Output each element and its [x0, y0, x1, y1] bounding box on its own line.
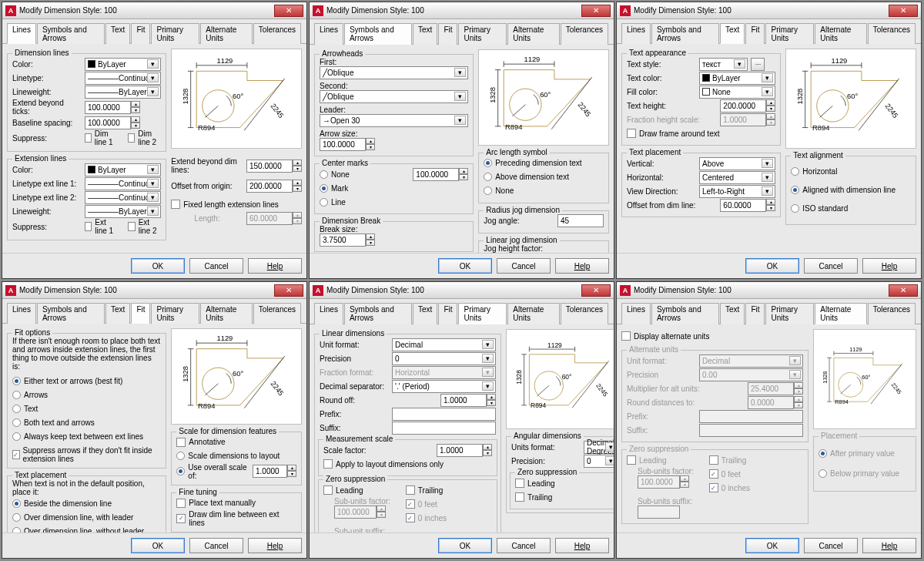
tab-tolerances[interactable]: Tolerances — [561, 23, 608, 45]
tab-fit[interactable]: Fit — [438, 23, 457, 45]
first-arrow-select[interactable]: ╱ Oblique — [320, 66, 468, 79]
vert-select[interactable]: Above — [699, 157, 775, 170]
text-height-input[interactable] — [720, 99, 766, 113]
help-button[interactable]: Help — [248, 258, 302, 274]
ext-ticks-input[interactable] — [85, 101, 131, 114]
close-icon[interactable]: ✕ — [581, 5, 611, 17]
tab-lines[interactable]: Lines — [621, 23, 651, 44]
ok-button[interactable]: OK — [745, 538, 799, 553]
tab-tolerances[interactable]: Tolerances — [868, 303, 916, 324]
ang-lead-check[interactable] — [515, 479, 524, 488]
place-p1-radio[interactable] — [12, 499, 21, 508]
ebd-input[interactable] — [246, 160, 293, 173]
tab-text[interactable]: Text — [720, 23, 745, 44]
tab-lines[interactable]: Lines — [314, 23, 343, 45]
tab-symbols-and-arrows[interactable]: Symbols and Arrows — [344, 303, 412, 324]
display-alt-check[interactable] — [621, 331, 631, 341]
break-size-input[interactable] — [320, 233, 366, 247]
horz-select[interactable]: Centered — [699, 171, 775, 184]
draw-frame-check[interactable] — [627, 129, 636, 138]
dim2-check[interactable] — [128, 133, 135, 143]
ok-button[interactable]: OK — [131, 538, 185, 553]
tab-primary-units[interactable]: Primary Units — [765, 303, 814, 324]
place-p2-radio[interactable] — [12, 513, 21, 522]
uos-input[interactable] — [253, 465, 287, 478]
cm-none-radio[interactable] — [320, 170, 328, 179]
help-button[interactable]: Help — [248, 538, 302, 553]
place-p3-radio[interactable] — [12, 527, 21, 533]
ok-button[interactable]: OK — [438, 258, 492, 274]
tab-alternate-units[interactable]: Alternate Units — [507, 23, 559, 45]
prefix-input[interactable] — [392, 408, 496, 421]
help-button[interactable]: Help — [862, 538, 916, 553]
lt2-select[interactable]: ———— Continuous — [85, 191, 161, 204]
text-style-select[interactable]: текст — [699, 58, 748, 71]
cancel-button[interactable]: Cancel — [497, 258, 551, 274]
tab-primary-units[interactable]: Primary Units — [151, 23, 199, 44]
precision-select[interactable]: 0 — [392, 352, 496, 365]
tab-symbols-and-arrows[interactable]: Symbols and Arrows — [37, 303, 105, 324]
linetype-select[interactable]: ———— Continuous — [85, 72, 161, 85]
trail-check[interactable] — [406, 485, 415, 495]
close-icon[interactable]: ✕ — [889, 5, 918, 17]
help-button[interactable]: Help — [555, 258, 609, 274]
text-style-more-button[interactable]: ... — [751, 58, 765, 71]
fit-o2-radio[interactable] — [12, 391, 21, 399]
tab-lines[interactable]: Lines — [7, 23, 36, 44]
cancel-button[interactable]: Cancel — [189, 258, 243, 274]
help-button[interactable]: Help — [555, 538, 609, 553]
tab-text[interactable]: Text — [105, 303, 130, 324]
tab-lines[interactable]: Lines — [621, 303, 651, 324]
ok-button[interactable]: OK — [745, 258, 799, 274]
fill-color-select[interactable]: None — [699, 86, 775, 99]
cancel-button[interactable]: Cancel — [497, 538, 551, 553]
tab-alternate-units[interactable]: Alternate Units — [815, 303, 866, 324]
tab-tolerances[interactable]: Tolerances — [253, 303, 301, 324]
sdl-radio[interactable] — [176, 452, 185, 460]
ang-trail-check[interactable] — [515, 492, 524, 502]
ptm-check[interactable] — [176, 499, 186, 508]
tab-alternate-units[interactable]: Alternate Units — [200, 303, 252, 324]
cancel-button[interactable]: Cancel — [189, 538, 243, 553]
fit-o4-radio[interactable] — [12, 418, 21, 427]
elw-select[interactable]: ———— ByLayer — [85, 205, 161, 218]
offset-input[interactable] — [720, 199, 766, 212]
tab-symbols-and-arrows[interactable]: Symbols and Arrows — [37, 23, 105, 44]
close-icon[interactable]: ✕ — [581, 284, 611, 297]
color-select[interactable]: ByLayer — [85, 58, 161, 71]
dim1-check[interactable] — [85, 133, 92, 143]
lt1-select[interactable]: ———— Continuous — [85, 177, 161, 190]
fit-o1-radio[interactable] — [12, 377, 21, 385]
atl-check[interactable] — [323, 459, 333, 469]
ang-prec-select[interactable]: 0 — [584, 455, 614, 468]
close-icon[interactable]: ✕ — [889, 284, 918, 297]
align-dim-radio[interactable] — [791, 186, 799, 194]
ang-unit-select[interactable]: Decimal Degrees — [584, 441, 614, 454]
cancel-button[interactable]: Cancel — [804, 258, 858, 274]
fit-o3-radio[interactable] — [12, 405, 21, 413]
als-none-radio[interactable] — [484, 186, 492, 195]
tab-primary-units[interactable]: Primary Units — [151, 303, 199, 324]
tab-fit[interactable]: Fit — [745, 303, 765, 324]
tab-tolerances[interactable]: Tolerances — [868, 23, 916, 44]
lead-check[interactable] — [323, 485, 333, 495]
align-iso-radio[interactable] — [791, 204, 799, 213]
tab-fit[interactable]: Fit — [745, 23, 765, 44]
ddl-check[interactable]: ✓ — [176, 514, 186, 523]
annotative-check[interactable] — [176, 438, 186, 447]
cm-line-radio[interactable] — [320, 198, 328, 207]
fit-o5-radio[interactable] — [12, 432, 21, 441]
uos-radio[interactable] — [176, 467, 185, 475]
tab-tolerances[interactable]: Tolerances — [561, 303, 608, 324]
leader-select[interactable]: → Open 30 — [320, 114, 468, 127]
close-icon[interactable]: ✕ — [274, 5, 303, 17]
tab-tolerances[interactable]: Tolerances — [253, 23, 301, 44]
cm-mark-radio[interactable] — [320, 184, 328, 193]
tab-text[interactable]: Text — [105, 23, 130, 44]
tab-text[interactable]: Text — [720, 303, 745, 324]
tab-fit[interactable]: Fit — [131, 303, 150, 324]
als-pre-radio[interactable] — [484, 159, 492, 167]
second-arrow-select[interactable]: ╱ Oblique — [320, 90, 468, 103]
ext1-check[interactable] — [85, 222, 92, 231]
als-above-radio[interactable] — [484, 173, 492, 181]
